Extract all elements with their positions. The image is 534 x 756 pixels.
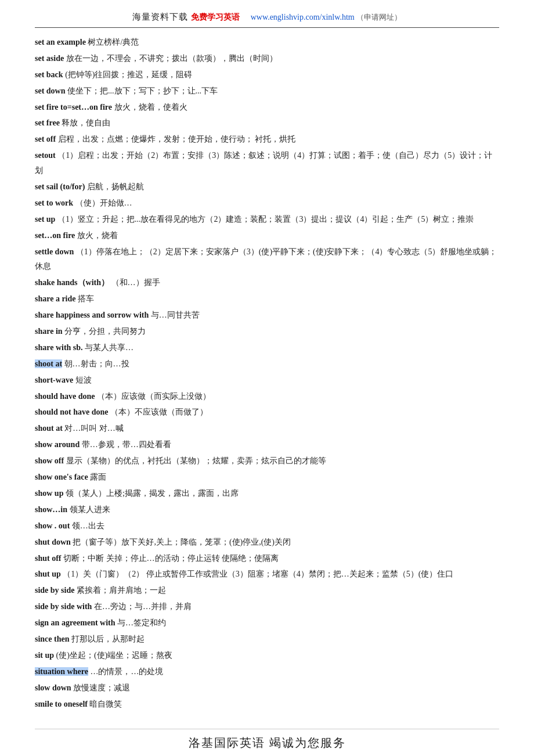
entry-key: set down <box>35 87 66 95</box>
entry-key: show . out <box>35 521 70 530</box>
list-item: slow down 放慢速度；减退 <box>35 681 499 696</box>
list-item: shut off 切断；中断 关掉；停止…的活动；停止运转 使隔绝；使隔离 <box>35 551 499 566</box>
entry-key: shut up <box>35 570 61 578</box>
entry-cn: 分亨，分担，共同努力 <box>63 327 146 336</box>
list-item: shout at 对…叫叫 对…喊 <box>35 421 499 436</box>
entry-key: share in <box>35 327 63 336</box>
header-prefix: 海量资料下载 <box>132 12 191 21</box>
entry-key: shoot at <box>35 359 62 368</box>
entry-cn: 暗自微笑 <box>88 700 122 708</box>
entry-cn: 树立榜样/典范 <box>86 38 139 46</box>
list-item: should have done （本）应该做（而实际上没做） <box>35 389 499 404</box>
entry-cn: 紧挨着；肩并肩地；一起 <box>74 586 166 595</box>
entry-key: share happiness and sorrow with <box>35 311 149 319</box>
entry-cn: 放火，烧着，使着火 <box>112 103 187 111</box>
entry-key: shout at <box>35 424 63 433</box>
entry-key: show off <box>35 456 64 465</box>
list-item: show off 显示（某物）的优点，衬托出（某物）；炫耀，卖弄；炫示自己的才能… <box>35 453 499 469</box>
entry-cn: （本）不应该做（而做了） <box>108 408 208 416</box>
footer: 洛基国际英语 竭诚为您服务 <box>35 729 499 751</box>
entry-cn: 露面 <box>88 473 107 481</box>
entry-cn: （1）停落在地上；（2）定居下来；安家落户（3）(使)平静下来；(使)安静下来；… <box>35 247 497 271</box>
list-item: set an example 树立榜样/典范 <box>35 35 499 50</box>
entry-key: sit up <box>35 651 54 660</box>
entry-key: since then <box>35 635 70 643</box>
entry-key: set off <box>35 135 56 143</box>
entry-key: sign an agreement with <box>35 618 116 627</box>
entry-key: set back <box>35 70 63 79</box>
entry-cn: 领某人进来 <box>67 505 110 514</box>
entry-key: set an example <box>35 38 86 46</box>
list-item: sign an agreement with 与…签定和约 <box>35 615 499 631</box>
entry-key: short-wave <box>35 376 73 384</box>
list-item: show around 带…参观，带…四处看看 <box>35 437 499 452</box>
list-item: shake hands（with） （和…）握手 <box>35 275 499 290</box>
entry-cn: (使)坐起；(使)端坐；迟睡；熬夜 <box>54 651 172 660</box>
entry-cn: 放在一边，不理会，不讲究；拨出（款项），腾出（时间） <box>64 54 277 63</box>
entry-cn: （1）关（门窗）（2） 停止或暂停工作或营业（3）阻塞；堵塞（4）禁闭；把…关起… <box>61 570 454 578</box>
header-register: （申请网址） <box>355 13 402 21</box>
list-item: share happiness and sorrow with 与…同甘共苦 <box>35 308 499 323</box>
entry-key: settle down <box>35 247 74 256</box>
entry-cn: 启航，扬帆起航 <box>85 182 144 191</box>
entry-cn: （和…）握手 <box>109 278 160 287</box>
list-item: side by side 紧挨着；肩并肩地；一起 <box>35 583 499 598</box>
list-item: share a ride 搭车 <box>35 291 499 307</box>
entry-key: should not have done <box>35 408 108 416</box>
list-item: should not have done （本）不应该做（而做了） <box>35 405 499 420</box>
entry-key: show around <box>35 440 80 449</box>
entry-cn: 与某人共享… <box>83 343 134 352</box>
list-item: side by side with 在…旁边；与…并排，并肩 <box>35 599 499 614</box>
entry-key: set aside <box>35 54 64 63</box>
entry-key: show one's face <box>35 473 88 481</box>
entry-key: show…in <box>35 505 67 514</box>
list-item: sit up (使)坐起；(使)端坐；迟睡；熬夜 <box>35 648 499 663</box>
list-item: set back (把钟等)往回拨；推迟，延缓，阻碍 <box>35 67 499 82</box>
content: set an example 树立榜样/典范set aside 放在一边，不理会… <box>35 35 499 711</box>
entry-cn: （本）应该做（而实际上没做） <box>95 392 211 401</box>
entry-cn: 朝…射击；向…投 <box>62 359 129 368</box>
entry-cn: 显示（某物）的优点，衬托出（某物）；炫耀，卖弄；炫示自己的才能等 <box>64 456 326 465</box>
list-item: shut up （1）关（门窗）（2） 停止或暂停工作或营业（3）阻塞；堵塞（4… <box>35 567 499 582</box>
entry-key: shut down <box>35 538 71 546</box>
entry-cn: 释放，使自由 <box>60 118 111 127</box>
entry-cn: 领…出去 <box>70 521 104 530</box>
list-item: short-wave 短波 <box>35 373 499 388</box>
list-item: show one's face 露面 <box>35 470 499 485</box>
entry-cn: 切断；中断 关掉；停止…的活动；停止运转 使隔绝；使隔离 <box>62 554 279 563</box>
list-item: show up 领（某人）上楼;揭露，揭发，露出，露面，出席 <box>35 486 499 501</box>
list-item: shut down 把（窗子等）放下关好,关上；降临，笼罩；(使)停业,(使)关… <box>35 535 499 550</box>
list-item: set to work （使）开始做… <box>35 196 499 211</box>
entry-cn: 与…同甘共苦 <box>149 311 200 319</box>
entry-key: show up <box>35 489 63 498</box>
entry-key: smile to oneself <box>35 700 88 708</box>
list-item: situation where …的情景，…的处境 <box>35 664 499 679</box>
entry-key: set fire to=set…on fire <box>35 103 112 111</box>
entry-cn: …的情景，…的处境 <box>88 667 164 676</box>
list-item: show . out 领…出去 <box>35 519 499 534</box>
list-item: show…in 领某人进来 <box>35 502 499 517</box>
list-item: share with sb. 与某人共享… <box>35 340 499 355</box>
entry-key: set sail (to/for) <box>35 182 85 191</box>
entry-key: set…on fire <box>35 231 75 240</box>
entry-cn: 把（窗子等）放下关好,关上；降临，笼罩；(使)停业,(使)关闭 <box>71 538 291 546</box>
list-item: set sail (to/for) 启航，扬帆起航 <box>35 179 499 195</box>
list-item: setout （1）启程；出发；开始（2）布置；安排（3）陈述；叙述；说明（4）… <box>35 148 499 178</box>
entry-key: share a ride <box>35 294 76 303</box>
entry-key: set to work <box>35 199 73 207</box>
entry-cn: (把钟等)往回拨；推迟，延缓，阻碍 <box>63 70 193 79</box>
entry-cn: 启程，出发；点燃；使爆炸，发射；使开始，使行动； 衬托，烘托 <box>56 135 295 143</box>
list-item: share in 分亨，分担，共同努力 <box>35 324 499 339</box>
entry-cn: 短波 <box>73 376 92 384</box>
entry-key: shut off <box>35 554 62 563</box>
list-item: shoot at 朝…射击；向…投 <box>35 357 499 372</box>
footer-text: 洛基国际英语 竭诚为您服务 <box>189 736 346 749</box>
highlighted-text: shoot at <box>35 359 62 368</box>
entry-cn: （1）启程；出发；开始（2）布置；安排（3）陈述；叙述；说明（4）打算；试图；着… <box>35 151 492 175</box>
list-item: set up （1）竖立；升起；把...放在看得见的地方（2）建造；装配；装置（… <box>35 212 499 227</box>
entry-key: setout <box>35 151 56 160</box>
entry-key: side by side <box>35 586 74 595</box>
highlighted-text: situation where <box>35 667 88 676</box>
entry-cn: 打那以后，从那时起 <box>70 635 145 643</box>
entry-cn: 搭车 <box>76 294 95 303</box>
